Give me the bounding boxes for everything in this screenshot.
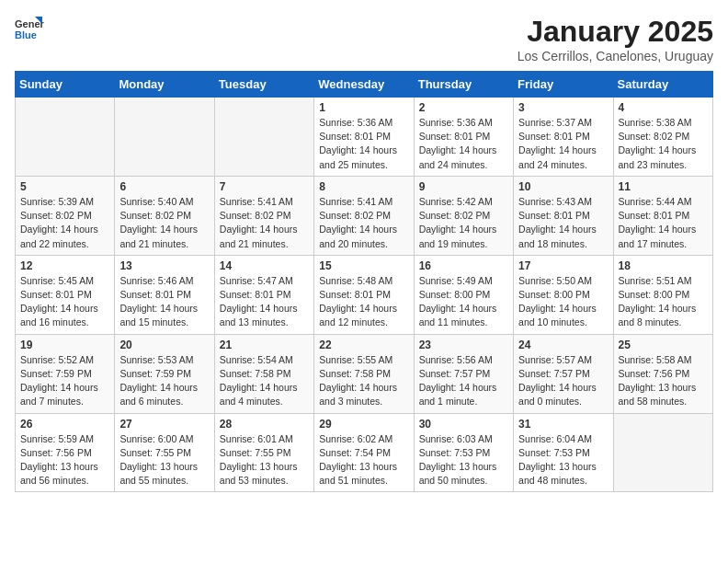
calendar-cell: 28Sunrise: 6:01 AM Sunset: 7:55 PM Dayli… xyxy=(214,413,313,492)
day-info: Sunrise: 5:50 AM Sunset: 8:00 PM Dayligh… xyxy=(518,274,608,330)
calendar-cell: 24Sunrise: 5:57 AM Sunset: 7:57 PM Dayli… xyxy=(514,334,613,413)
day-number: 1 xyxy=(319,101,408,114)
calendar-cell xyxy=(613,413,712,492)
day-info: Sunrise: 6:02 AM Sunset: 7:54 PM Dayligh… xyxy=(319,432,408,488)
day-info: Sunrise: 6:04 AM Sunset: 7:53 PM Dayligh… xyxy=(518,432,608,488)
day-info: Sunrise: 5:49 AM Sunset: 8:00 PM Dayligh… xyxy=(419,274,508,330)
day-number: 24 xyxy=(518,339,608,351)
day-number: 6 xyxy=(119,180,209,193)
calendar-cell: 9Sunrise: 5:42 AM Sunset: 8:02 PM Daylig… xyxy=(414,176,513,255)
calendar-title: January 2025 xyxy=(518,15,713,49)
title-block: January 2025 Los Cerrillos, Canelones, U… xyxy=(518,15,713,63)
day-number: 9 xyxy=(419,180,508,193)
weekday-header-sunday: Sunday xyxy=(16,72,115,98)
day-info: Sunrise: 5:59 AM Sunset: 7:56 PM Dayligh… xyxy=(20,432,109,488)
logo: General Blue xyxy=(15,15,46,44)
day-info: Sunrise: 5:57 AM Sunset: 7:57 PM Dayligh… xyxy=(518,353,608,409)
calendar-cell: 7Sunrise: 5:41 AM Sunset: 8:02 PM Daylig… xyxy=(214,176,313,255)
logo-icon: General Blue xyxy=(15,15,44,44)
day-info: Sunrise: 5:36 AM Sunset: 8:01 PM Dayligh… xyxy=(319,116,408,172)
day-info: Sunrise: 5:52 AM Sunset: 7:59 PM Dayligh… xyxy=(20,353,109,409)
weekday-header-row: SundayMondayTuesdayWednesdayThursdayFrid… xyxy=(16,72,713,98)
calendar-cell: 16Sunrise: 5:49 AM Sunset: 8:00 PM Dayli… xyxy=(414,255,513,334)
calendar-cell xyxy=(115,98,214,177)
week-row-5: 26Sunrise: 5:59 AM Sunset: 7:56 PM Dayli… xyxy=(16,413,713,492)
day-number: 15 xyxy=(319,259,408,272)
day-info: Sunrise: 5:37 AM Sunset: 8:01 PM Dayligh… xyxy=(518,116,608,172)
weekday-header-tuesday: Tuesday xyxy=(214,72,313,98)
calendar-cell: 23Sunrise: 5:56 AM Sunset: 7:57 PM Dayli… xyxy=(414,334,513,413)
day-info: Sunrise: 6:00 AM Sunset: 7:55 PM Dayligh… xyxy=(119,432,209,488)
calendar-cell: 31Sunrise: 6:04 AM Sunset: 7:53 PM Dayli… xyxy=(514,413,613,492)
week-row-3: 12Sunrise: 5:45 AM Sunset: 8:01 PM Dayli… xyxy=(16,255,713,334)
weekday-header-thursday: Thursday xyxy=(414,72,513,98)
calendar-cell: 10Sunrise: 5:43 AM Sunset: 8:01 PM Dayli… xyxy=(514,176,613,255)
day-info: Sunrise: 5:48 AM Sunset: 8:01 PM Dayligh… xyxy=(319,274,408,330)
day-number: 28 xyxy=(220,418,309,431)
day-info: Sunrise: 6:03 AM Sunset: 7:53 PM Dayligh… xyxy=(419,432,508,488)
calendar-cell: 3Sunrise: 5:37 AM Sunset: 8:01 PM Daylig… xyxy=(514,98,613,177)
calendar-cell: 11Sunrise: 5:44 AM Sunset: 8:01 PM Dayli… xyxy=(613,176,712,255)
calendar-cell: 29Sunrise: 6:02 AM Sunset: 7:54 PM Dayli… xyxy=(314,413,414,492)
week-row-1: 1Sunrise: 5:36 AM Sunset: 8:01 PM Daylig… xyxy=(16,98,713,177)
calendar-cell: 21Sunrise: 5:54 AM Sunset: 7:58 PM Dayli… xyxy=(214,334,313,413)
calendar-cell: 2Sunrise: 5:36 AM Sunset: 8:01 PM Daylig… xyxy=(414,98,513,177)
week-row-2: 5Sunrise: 5:39 AM Sunset: 8:02 PM Daylig… xyxy=(16,176,713,255)
day-number: 29 xyxy=(319,418,408,431)
day-number: 23 xyxy=(419,339,508,351)
day-number: 7 xyxy=(220,180,309,193)
day-number: 8 xyxy=(319,180,408,193)
day-number: 2 xyxy=(419,101,508,114)
calendar-cell: 1Sunrise: 5:36 AM Sunset: 8:01 PM Daylig… xyxy=(314,98,414,177)
day-number: 19 xyxy=(20,339,109,351)
calendar-cell: 30Sunrise: 6:03 AM Sunset: 7:53 PM Dayli… xyxy=(414,413,513,492)
day-info: Sunrise: 5:43 AM Sunset: 8:01 PM Dayligh… xyxy=(518,195,608,251)
day-info: Sunrise: 6:01 AM Sunset: 7:55 PM Dayligh… xyxy=(220,432,309,488)
calendar-cell: 22Sunrise: 5:55 AM Sunset: 7:58 PM Dayli… xyxy=(314,334,414,413)
calendar-cell: 27Sunrise: 6:00 AM Sunset: 7:55 PM Dayli… xyxy=(115,413,214,492)
calendar-cell: 25Sunrise: 5:58 AM Sunset: 7:56 PM Dayli… xyxy=(613,334,712,413)
calendar-cell: 19Sunrise: 5:52 AM Sunset: 7:59 PM Dayli… xyxy=(16,334,115,413)
calendar-table: SundayMondayTuesdayWednesdayThursdayFrid… xyxy=(15,71,713,492)
day-info: Sunrise: 5:45 AM Sunset: 8:01 PM Dayligh… xyxy=(20,274,109,330)
day-info: Sunrise: 5:53 AM Sunset: 7:59 PM Dayligh… xyxy=(119,353,209,409)
day-info: Sunrise: 5:38 AM Sunset: 8:02 PM Dayligh… xyxy=(619,116,708,172)
weekday-header-monday: Monday xyxy=(115,72,214,98)
day-number: 27 xyxy=(119,418,209,431)
day-number: 18 xyxy=(619,259,708,272)
weekday-header-saturday: Saturday xyxy=(613,72,712,98)
day-number: 11 xyxy=(619,180,708,193)
calendar-cell: 12Sunrise: 5:45 AM Sunset: 8:01 PM Dayli… xyxy=(16,255,115,334)
calendar-cell: 4Sunrise: 5:38 AM Sunset: 8:02 PM Daylig… xyxy=(613,98,712,177)
calendar-cell xyxy=(214,98,313,177)
day-number: 14 xyxy=(220,259,309,272)
calendar-header: General Blue January 2025 Los Cerrillos,… xyxy=(15,15,713,63)
calendar-cell xyxy=(16,98,115,177)
day-info: Sunrise: 5:40 AM Sunset: 8:02 PM Dayligh… xyxy=(119,195,209,251)
day-info: Sunrise: 5:58 AM Sunset: 7:56 PM Dayligh… xyxy=(619,353,708,409)
calendar-cell: 15Sunrise: 5:48 AM Sunset: 8:01 PM Dayli… xyxy=(314,255,414,334)
day-info: Sunrise: 5:51 AM Sunset: 8:00 PM Dayligh… xyxy=(619,274,708,330)
calendar-cell: 6Sunrise: 5:40 AM Sunset: 8:02 PM Daylig… xyxy=(115,176,214,255)
day-number: 5 xyxy=(20,180,109,193)
week-row-4: 19Sunrise: 5:52 AM Sunset: 7:59 PM Dayli… xyxy=(16,334,713,413)
calendar-cell: 8Sunrise: 5:41 AM Sunset: 8:02 PM Daylig… xyxy=(314,176,414,255)
day-number: 25 xyxy=(619,339,708,351)
day-number: 22 xyxy=(319,339,408,351)
calendar-cell: 13Sunrise: 5:46 AM Sunset: 8:01 PM Dayli… xyxy=(115,255,214,334)
day-number: 26 xyxy=(20,418,109,431)
calendar-cell: 14Sunrise: 5:47 AM Sunset: 8:01 PM Dayli… xyxy=(214,255,313,334)
day-info: Sunrise: 5:42 AM Sunset: 8:02 PM Dayligh… xyxy=(419,195,508,251)
calendar-cell: 20Sunrise: 5:53 AM Sunset: 7:59 PM Dayli… xyxy=(115,334,214,413)
calendar-cell: 18Sunrise: 5:51 AM Sunset: 8:00 PM Dayli… xyxy=(613,255,712,334)
calendar-cell: 5Sunrise: 5:39 AM Sunset: 8:02 PM Daylig… xyxy=(16,176,115,255)
day-info: Sunrise: 5:46 AM Sunset: 8:01 PM Dayligh… xyxy=(119,274,209,330)
calendar-subtitle: Los Cerrillos, Canelones, Uruguay xyxy=(518,49,713,63)
day-info: Sunrise: 5:56 AM Sunset: 7:57 PM Dayligh… xyxy=(419,353,508,409)
day-info: Sunrise: 5:39 AM Sunset: 8:02 PM Dayligh… xyxy=(20,195,109,251)
day-number: 31 xyxy=(518,418,608,431)
day-number: 20 xyxy=(119,339,209,351)
day-info: Sunrise: 5:44 AM Sunset: 8:01 PM Dayligh… xyxy=(619,195,708,251)
day-number: 3 xyxy=(518,101,608,114)
day-number: 16 xyxy=(419,259,508,272)
